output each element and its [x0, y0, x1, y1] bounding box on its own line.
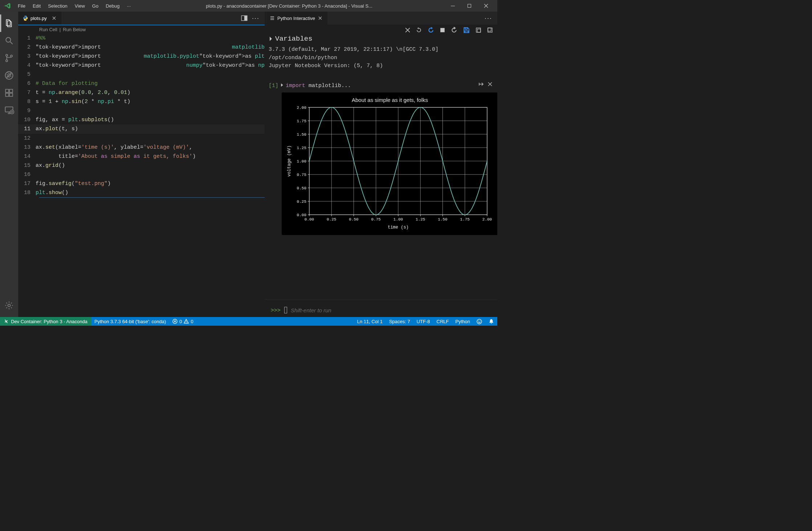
code-line[interactable]: 13ax.set(xlabel='time (s)', ylabel='volt… [18, 143, 265, 152]
interactive-tab-bar: Python Interactive ··· [265, 12, 497, 25]
code-line[interactable]: 1#%% [18, 34, 265, 43]
undo-icon [428, 27, 434, 33]
status-ln-col[interactable]: Ln 11, Col 1 [354, 317, 386, 326]
tab-python-interactive[interactable]: Python Interactive [265, 12, 328, 25]
code-line[interactable]: 5 [18, 70, 265, 79]
status-notifications[interactable] [485, 317, 497, 326]
interrupt-button[interactable] [440, 27, 445, 33]
svg-text:1.00: 1.00 [297, 159, 306, 164]
code-line[interactable]: 18plt.show() [18, 188, 265, 197]
tab-close-button[interactable] [317, 15, 323, 21]
cancel-button[interactable] [405, 27, 410, 33]
activity-settings[interactable] [0, 297, 18, 314]
code-line[interactable]: 9 [18, 106, 265, 115]
code-line[interactable]: 14 title='About as simple as it gets, fo… [18, 152, 265, 161]
code-line[interactable]: 17fig.savefig("test.png") [18, 179, 265, 188]
restart-button[interactable] [451, 27, 457, 33]
status-spaces[interactable]: Spaces: 7 [386, 317, 413, 326]
menu-debug[interactable]: Debug [102, 2, 123, 10]
prompt-hint: Shift-enter to run [291, 307, 331, 313]
split-editor-button[interactable] [241, 15, 248, 21]
code-line[interactable]: 6# Data for plotting [18, 79, 265, 88]
variables-label: Variables [275, 35, 313, 43]
status-eol[interactable]: CRLF [433, 317, 452, 326]
expand-button[interactable] [476, 27, 481, 33]
svg-text:1.00: 1.00 [393, 217, 403, 222]
code-line[interactable]: 2"tok-keyword">import matplotlib [18, 43, 265, 52]
code-line[interactable]: 12 [18, 134, 265, 143]
menu-view[interactable]: View [72, 2, 88, 10]
activity-explorer[interactable] [0, 15, 18, 32]
svg-point-1 [6, 37, 11, 42]
search-icon [4, 36, 14, 45]
remote-icon [4, 319, 9, 324]
close-button[interactable] [478, 0, 494, 12]
chevron-right-icon[interactable] [281, 83, 283, 89]
goto-code-button[interactable] [478, 81, 484, 87]
gear-icon [4, 301, 14, 310]
editor-actions: ··· [238, 12, 262, 25]
undo-button[interactable] [428, 27, 434, 33]
status-problems[interactable]: 0 0 [169, 317, 196, 326]
redo-button[interactable] [416, 27, 422, 33]
codelens-run-below[interactable]: Run Below [63, 27, 86, 32]
status-remote-label: Dev Container: Python 3 - Anaconda [11, 319, 87, 324]
activity-extensions[interactable] [0, 84, 18, 102]
svg-text:voltage (mV): voltage (mV) [287, 145, 292, 176]
menu-file[interactable]: File [15, 2, 29, 10]
tab-close-button[interactable] [51, 15, 57, 21]
status-python[interactable]: Python 3.7.3 64-bit ('base': conda) [91, 317, 169, 326]
menu-edit[interactable]: Edit [29, 2, 44, 10]
svg-text:0.00: 0.00 [297, 213, 306, 217]
expand-icon [476, 27, 481, 33]
activity-search[interactable] [0, 32, 18, 49]
activity-scm[interactable] [0, 49, 18, 67]
code-line[interactable]: 11ax.plot(t, s) [18, 124, 265, 133]
code-line[interactable]: 10fig, ax = plt.subplots() [18, 115, 265, 124]
code-line[interactable]: 7t = np.arange(0.0, 2.0, 0.01) [18, 88, 265, 97]
bell-icon [489, 319, 494, 324]
variables-header[interactable]: Variables [269, 34, 497, 46]
svg-text:0.25: 0.25 [297, 199, 306, 204]
status-feedback[interactable] [473, 317, 485, 326]
svg-rect-17 [476, 28, 481, 32]
codelens-run-cell[interactable]: Run Cell [39, 27, 57, 32]
status-encoding[interactable]: UTF-8 [413, 317, 433, 326]
interactive-prompt[interactable]: >>> Shift-enter to run [265, 299, 497, 317]
interactive-more-button[interactable]: ··· [485, 15, 492, 22]
cell-close-button[interactable] [488, 81, 492, 87]
code-line[interactable]: 15ax.grid() [18, 161, 265, 170]
collapse-button[interactable] [487, 27, 493, 33]
minimize-button[interactable] [444, 0, 461, 12]
status-remote[interactable]: Dev Container: Python 3 - Anaconda [0, 317, 91, 326]
menu-selection[interactable]: Selection [45, 2, 70, 10]
svg-rect-8 [5, 93, 9, 96]
status-language[interactable]: Python [452, 317, 473, 326]
activity-debug[interactable] [0, 67, 18, 84]
warning-icon [184, 319, 189, 324]
svg-text:1.25: 1.25 [416, 217, 425, 222]
plot-title: About as simple as it gets, folks [284, 97, 496, 103]
code-line[interactable]: 16 [18, 170, 265, 179]
close-icon [488, 82, 492, 86]
svg-rect-20 [488, 28, 491, 31]
menu-more[interactable]: ··· [123, 2, 134, 10]
cell-code: import matplotlib... [286, 83, 351, 89]
activity-remote[interactable] [0, 102, 18, 119]
editor-more-button[interactable]: ··· [252, 15, 260, 22]
code-line[interactable]: 4"tok-keyword">import numpy "tok-keyword… [18, 61, 265, 70]
maximize-button[interactable] [461, 0, 478, 12]
editor-tab-bar: plots.py ··· [18, 12, 265, 25]
code-editor[interactable]: 1#%%2"tok-keyword">import matplotlib3"to… [18, 34, 265, 317]
tab-plots-py[interactable]: plots.py [18, 12, 62, 25]
title-bar: File Edit Selection View Go Debug ··· pl… [0, 0, 497, 12]
code-line[interactable]: 3"tok-keyword">import matplotlib.pyplot … [18, 52, 265, 61]
svg-point-2 [6, 54, 8, 56]
save-button[interactable] [463, 27, 470, 33]
menu-go[interactable]: Go [89, 2, 102, 10]
code-line[interactable]: 8s = 1 + np.sin(2 * np.pi * t) [18, 97, 265, 106]
activity-bar [0, 12, 18, 317]
save-icon [463, 27, 470, 33]
svg-rect-9 [9, 93, 13, 96]
svg-rect-0 [468, 4, 471, 7]
